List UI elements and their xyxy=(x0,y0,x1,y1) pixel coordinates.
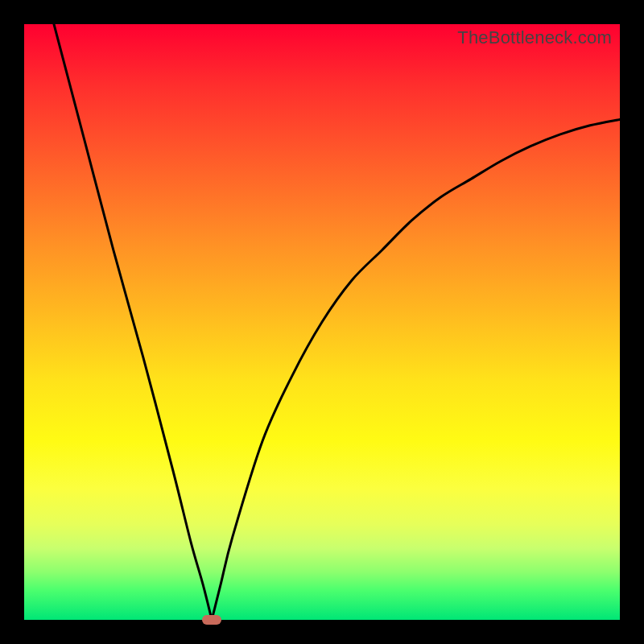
bottleneck-curve-path xyxy=(54,24,620,620)
optimal-point-marker xyxy=(202,615,221,625)
curve-layer xyxy=(24,24,620,620)
plot-area: TheBottleneck.com xyxy=(24,24,620,620)
chart-frame: TheBottleneck.com xyxy=(0,0,644,644)
